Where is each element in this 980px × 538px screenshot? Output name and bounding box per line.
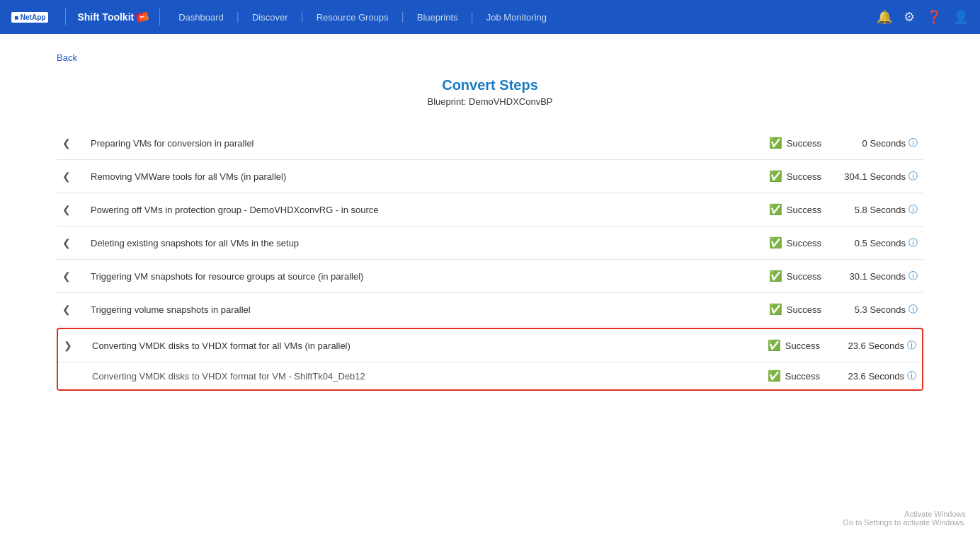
nav-divider-2 xyxy=(159,8,160,25)
step-time-2: 304.1 Seconds ⓘ xyxy=(833,170,918,183)
brand-logo: ■ NetApp xyxy=(11,12,48,23)
info-icon-6[interactable]: ⓘ xyxy=(908,303,918,316)
highlighted-step-status: ✅ Success xyxy=(756,339,820,352)
gear-icon[interactable]: ⚙ xyxy=(904,9,915,25)
step-time-text-4: 0.5 Seconds xyxy=(855,238,906,248)
step-time-text-5: 30.1 Seconds xyxy=(849,271,906,282)
sub-step-row-1: Converting VMDK disks to VHDX format for… xyxy=(58,362,922,389)
step-status-4: ✅ Success xyxy=(758,236,821,249)
step-row-5: ❮ Triggering VM snapshots for resource g… xyxy=(57,260,923,293)
info-icon-2[interactable]: ⓘ xyxy=(908,170,918,183)
page-subtitle: Blueprint: DemoVHDXConvBP xyxy=(57,96,923,107)
step-time-text-2: 304.1 Seconds xyxy=(844,171,906,182)
bell-icon[interactable]: 🔔 xyxy=(877,9,892,25)
page-header: Convert Steps Blueprint: DemoVHDXConvBP xyxy=(57,77,923,107)
nav-dashboard[interactable]: Dashboard xyxy=(171,12,231,23)
step-time-text-1: 0 Seconds xyxy=(862,138,906,149)
success-icon-5: ✅ xyxy=(769,270,782,282)
info-icon-1[interactable]: ⓘ xyxy=(908,137,918,149)
success-icon-6: ✅ xyxy=(769,303,782,316)
step-status-5: ✅ Success xyxy=(758,270,821,282)
step-time-1: 0 Seconds ⓘ xyxy=(833,137,918,149)
highlighted-step-time-text: 23.6 Seconds xyxy=(848,340,904,351)
step-row-3: ❮ Powering off VMs in protection group -… xyxy=(57,193,923,227)
step-status-3: ✅ Success xyxy=(758,203,821,216)
step-status-text-1: Success xyxy=(787,138,821,149)
step-row-4: ❮ Deleting existing snapshots for all VM… xyxy=(57,227,923,260)
step-time-text-3: 5.8 Seconds xyxy=(855,205,906,215)
step-status-text-4: Success xyxy=(787,238,821,248)
step-status-1: ✅ Success xyxy=(758,137,821,149)
nav-icons: 🔔 ⚙ ❓ 👤 xyxy=(877,9,969,25)
step-status-text-5: Success xyxy=(787,271,821,282)
chevron-1[interactable]: ❮ xyxy=(62,137,79,149)
shift-toolkit-label: Shift Toolkit ✂ xyxy=(77,11,148,23)
highlighted-step-row: ❯ Converting VMDK disks to VHDX format f… xyxy=(58,329,922,362)
step-status-2: ✅ Success xyxy=(758,170,821,183)
step-label-1: Preparing VMs for conversion in parallel xyxy=(91,138,746,149)
sub-step-time-text-1: 23.6 Seconds xyxy=(848,371,904,382)
nav-divider-1 xyxy=(65,8,66,25)
chevron-highlighted[interactable]: ❯ xyxy=(64,340,81,351)
step-row-2: ❮ Removing VMWare tools for all VMs (in … xyxy=(57,160,923,193)
step-label-6: Triggering volume snapshots in parallel xyxy=(91,304,746,315)
nav-blueprints[interactable]: Blueprints xyxy=(410,12,465,23)
step-status-text-2: Success xyxy=(787,171,821,182)
step-row-6: ❮ Triggering volume snapshots in paralle… xyxy=(57,293,923,326)
success-icon-3: ✅ xyxy=(769,203,782,216)
highlighted-step-section: ❯ Converting VMDK disks to VHDX format f… xyxy=(57,328,923,391)
success-icon-highlighted: ✅ xyxy=(768,339,781,352)
success-icon-sub-1: ✅ xyxy=(768,370,781,382)
info-icon-3[interactable]: ⓘ xyxy=(908,203,918,216)
step-time-text-6: 5.3 Seconds xyxy=(855,304,906,315)
highlighted-step-label: Converting VMDK disks to VHDX format for… xyxy=(92,340,745,351)
shift-badge: ✂ xyxy=(136,11,149,23)
chevron-4[interactable]: ❮ xyxy=(62,237,79,248)
nav-job-monitoring[interactable]: Job Monitoring xyxy=(479,12,554,23)
step-label-5: Triggering VM snapshots for resource gro… xyxy=(91,271,746,282)
step-time-3: 5.8 Seconds ⓘ xyxy=(833,203,918,216)
navbar: ■ NetApp Shift Toolkit ✂ Dashboard | Dis… xyxy=(0,0,980,34)
success-icon-2: ✅ xyxy=(769,170,782,183)
info-icon-5[interactable]: ⓘ xyxy=(908,270,918,282)
sub-step-time-1: 23.6 Seconds ⓘ xyxy=(831,370,916,382)
main-content: Back Convert Steps Blueprint: DemoVHDXCo… xyxy=(0,34,980,538)
user-icon[interactable]: 👤 xyxy=(953,9,969,25)
highlighted-step-time: 23.6 Seconds ⓘ xyxy=(831,339,916,352)
chevron-6[interactable]: ❮ xyxy=(62,304,79,315)
sub-step-status-text-1: Success xyxy=(785,371,820,382)
info-icon-sub-1[interactable]: ⓘ xyxy=(907,370,916,382)
chevron-3[interactable]: ❮ xyxy=(62,204,79,215)
nav-discover[interactable]: Discover xyxy=(245,12,295,23)
success-icon-1: ✅ xyxy=(769,137,782,149)
success-icon-4: ✅ xyxy=(769,236,782,249)
step-label-4: Deleting existing snapshots for all VMs … xyxy=(91,238,746,248)
info-icon-highlighted[interactable]: ⓘ xyxy=(907,339,916,352)
step-time-5: 30.1 Seconds ⓘ xyxy=(833,270,918,282)
step-row-1: ❮ Preparing VMs for conversion in parall… xyxy=(57,127,923,160)
chevron-2[interactable]: ❮ xyxy=(62,171,79,182)
page-title: Convert Steps xyxy=(57,77,923,93)
highlighted-step-status-text: Success xyxy=(785,340,820,351)
step-status-text-6: Success xyxy=(787,304,821,315)
nav-resource-groups[interactable]: Resource Groups xyxy=(309,12,396,23)
help-icon[interactable]: ❓ xyxy=(926,9,942,25)
sub-step-status-1: ✅ Success xyxy=(756,370,820,382)
step-status-6: ✅ Success xyxy=(758,303,821,316)
back-link[interactable]: Back xyxy=(57,52,77,63)
step-status-text-3: Success xyxy=(787,205,821,215)
sub-step-label-1: Converting VMDK disks to VHDX format for… xyxy=(92,371,745,382)
steps-list: ❮ Preparing VMs for conversion in parall… xyxy=(57,127,923,391)
step-time-4: 0.5 Seconds ⓘ xyxy=(833,236,918,249)
info-icon-4[interactable]: ⓘ xyxy=(908,236,918,249)
step-time-6: 5.3 Seconds ⓘ xyxy=(833,303,918,316)
chevron-5[interactable]: ❮ xyxy=(62,270,79,282)
step-label-2: Removing VMWare tools for all VMs (in pa… xyxy=(91,171,746,182)
shift-toolkit-text: Shift Toolkit xyxy=(77,11,134,23)
netapp-logo: ■ NetApp xyxy=(11,12,48,23)
step-label-3: Powering off VMs in protection group - D… xyxy=(91,205,746,215)
